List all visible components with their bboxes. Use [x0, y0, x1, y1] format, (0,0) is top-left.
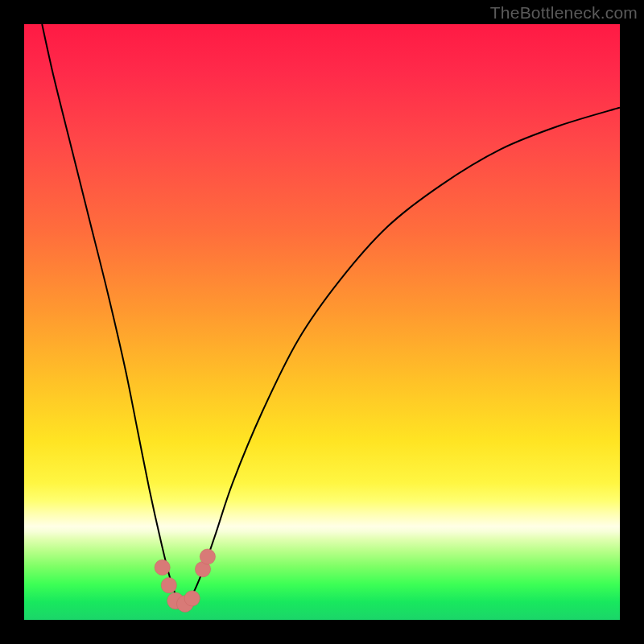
curve-marker [200, 549, 215, 564]
curve-marker [155, 559, 170, 575]
plot-area [24, 24, 620, 620]
bottleneck-curve-svg [24, 24, 620, 620]
curve-marker [184, 591, 200, 606]
watermark-text: TheBottleneck.com [490, 3, 638, 23]
chart-frame: TheBottleneck.com [0, 0, 644, 644]
curve-markers [155, 549, 215, 612]
curve-marker [161, 577, 176, 592]
bottleneck-curve [42, 24, 620, 605]
